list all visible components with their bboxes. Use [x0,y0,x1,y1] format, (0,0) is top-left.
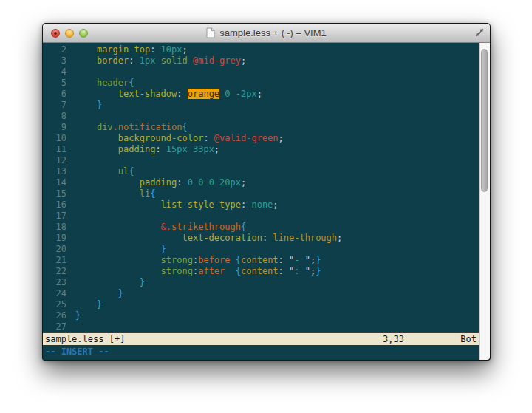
code-token: ; [273,199,278,210]
code-content: text-decoration: line-through; [75,233,479,244]
code-token: } [316,255,321,265]
code-token: line-through [267,233,337,243]
line-number: 13 [43,166,66,177]
code-content: &.strikethrough{ [75,222,479,233]
code-content: header{ [75,78,479,89]
code-line: 4 [43,66,479,78]
code-content: border: 1px solid @mid-grey; [75,55,479,66]
line-number: 16 [43,199,66,211]
line-number: 4 [43,66,66,78]
document-icon [206,27,215,38]
fullscreen-icon[interactable] [474,27,485,38]
code-token: text-decoration [183,233,262,243]
code-token: : [155,144,160,154]
code-token: { [241,222,246,232]
code-line: 2 margin-top: 10px; [43,44,479,55]
status-file-label: sample.less [+] [45,334,125,344]
code-content [75,66,479,78]
code-token: { [129,166,134,177]
code-token [231,255,236,265]
code-token: @valid-green [209,133,279,143]
code-line: 20 } [43,244,479,255]
status-ruler: 3,33 [383,333,404,346]
code-token: : " [279,255,295,265]
code-token: before [198,255,230,265]
code-token [225,266,235,276]
code-line: 17 [43,211,479,222]
code-token: div [97,122,113,132]
code-token: . [113,122,118,132]
code-token: margin-top [97,44,150,55]
code-token: notification [118,122,183,132]
code-content: list-style-type: none; [75,199,479,211]
code-content: } [75,277,479,288]
code-content: li{ [75,188,479,199]
code-line: 12 [43,155,479,166]
code-token: "; [305,266,316,276]
code-token: 0 -2px [219,89,257,99]
code-line: 14 padding: 0 0 0 20px; [43,177,479,188]
code-token: } [97,100,102,110]
line-number: 17 [43,211,66,222]
code-token: after [198,266,225,276]
code-token: : [294,266,304,276]
code-token: "; [305,255,316,265]
code-token: padding [118,144,156,154]
scrollbar-thumb[interactable] [481,49,488,192]
line-number: 22 [43,266,66,277]
code-token: : [177,177,182,188]
code-content [75,211,479,222]
code-line: 11 padding: 15px 33px; [43,144,479,155]
line-number: 26 [43,310,66,321]
window-body: 2 margin-top: 10px;3 border: 1px solid @… [43,43,490,360]
code-token: content [241,266,279,276]
line-number: 19 [43,233,66,244]
code-content: strong:after {content: ": ";} [75,266,479,277]
vertical-scrollbar[interactable] [479,43,490,360]
code-content: } [75,244,479,255]
editor-column: 2 margin-top: 10px;3 border: 1px solid @… [43,43,479,360]
code-token: ; [337,233,342,243]
code-token: - [294,255,304,265]
line-number: 10 [43,133,66,144]
line-number: 9 [43,122,66,133]
code-token: 0 0 0 20px [183,177,241,188]
code-line: 3 border: 1px solid @mid-grey; [43,55,479,66]
minimize-button[interactable] [65,29,74,38]
code-token: ul [118,166,129,177]
vim-status-bar: sample.less [+] 3,33 Bot [43,332,479,345]
code-token: 10px [155,44,182,55]
code-content: ul{ [75,166,479,177]
code-token: } [97,299,102,310]
line-number: 3 [43,55,66,66]
code-editor[interactable]: 2 margin-top: 10px;3 border: 1px solid @… [43,43,479,332]
code-token: strong [161,255,193,265]
line-number: 2 [43,44,66,55]
code-token: : [203,133,208,143]
line-number: 8 [43,111,66,122]
code-content [75,321,479,332]
code-token: ; [214,144,219,154]
code-token: padding [140,177,177,188]
code-line: 6 text-shadow: orange 0 -2px; [43,89,479,100]
vim-window: sample.less + (~) – VIM1 2 margin-top: 1… [42,23,491,361]
status-scroll-position: Bot [460,333,477,346]
code-token: ; [241,55,246,66]
code-token: { [183,122,188,132]
title-bar[interactable]: sample.less + (~) – VIM1 [43,24,490,43]
line-number: 18 [43,222,66,233]
line-number: 20 [43,244,66,255]
window-title: sample.less + (~) – VIM1 [219,27,327,38]
close-button[interactable] [51,29,60,38]
zoom-button[interactable] [79,29,88,38]
code-token: border [97,55,129,66]
code-line: 10 background-color: @valid-green; [43,133,479,144]
line-number: 15 [43,188,66,199]
code-line: 8 [43,111,479,122]
code-content: } [75,288,479,299]
line-number: 5 [43,78,66,89]
code-line: 23 } [43,277,479,288]
window-controls [51,24,88,42]
code-token: } [75,310,81,321]
code-token: : [177,89,187,99]
